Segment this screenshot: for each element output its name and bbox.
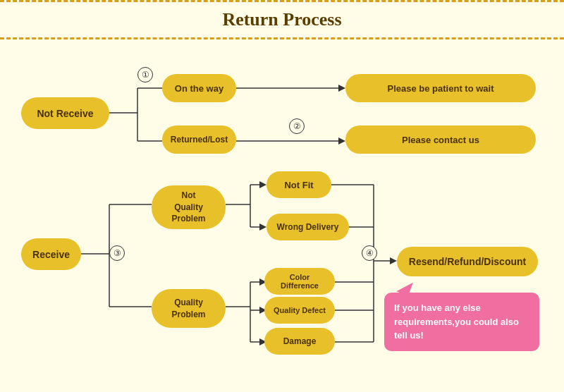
svg-marker-22 (259, 223, 266, 231)
circle-1: ① (137, 67, 153, 82)
please-wait-node: Please be patient to wait (345, 74, 536, 102)
returned-lost-node: Returned/Lost (162, 125, 236, 154)
not-quality-node: Not Quality Problem (152, 185, 226, 229)
wrong-delivery-node: Wrong Delivery (266, 214, 349, 240)
not-receive-node: Not Receive (21, 97, 109, 129)
color-diff-node: Color Difference (264, 268, 335, 295)
svg-marker-5 (338, 85, 345, 92)
not-fit-node: Not Fit (266, 171, 331, 198)
quality-node: Quality Problem (152, 289, 226, 328)
please-contact-node: Please contact us (345, 125, 536, 154)
circle-2: ② (289, 118, 305, 134)
svg-marker-34 (390, 257, 397, 264)
page-header: Return Process (0, 0, 564, 39)
receive-node: Receive (21, 238, 81, 270)
svg-marker-7 (338, 137, 345, 145)
on-the-way-node: On the way (162, 74, 236, 102)
damage-node: Damage (264, 328, 335, 355)
circle-4: ④ (362, 245, 377, 261)
quality-defect-node: Quality Defect (264, 297, 335, 324)
resend-node: Resend/Refund/Discount (397, 247, 538, 276)
speech-bubble: If you have any else requirements,you co… (384, 293, 539, 351)
svg-marker-21 (259, 181, 266, 188)
circle-3: ③ (109, 245, 125, 261)
page-title: Return Process (0, 9, 564, 30)
